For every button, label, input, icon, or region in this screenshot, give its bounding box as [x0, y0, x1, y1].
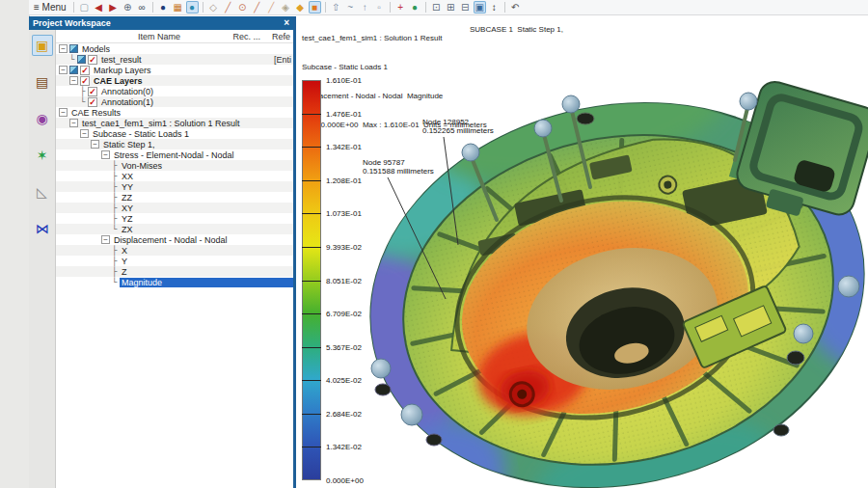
height-adjust-icon[interactable]: ↕ — [488, 1, 501, 14]
confirm-view-icon[interactable]: ▣ — [474, 1, 486, 14]
column-item-name[interactable]: Item Name — [138, 32, 180, 41]
expander-icon[interactable]: − — [101, 235, 110, 244]
spline-annotation-icon[interactable]: ~ — [344, 1, 357, 14]
tree-row[interactable]: ├YZ — [56, 213, 293, 224]
tree-item-label[interactable]: YY — [120, 182, 135, 192]
tree-item-label[interactable]: CAE Results — [69, 108, 122, 118]
checkbox-icon[interactable]: ✓ — [88, 97, 97, 107]
measure-ruler-icon[interactable]: ◺ — [32, 181, 53, 203]
tree-row[interactable]: −Stress - Element-Nodal - Nodal — [56, 149, 293, 160]
arrow-up-icon[interactable]: ↑ — [359, 1, 371, 14]
expander-icon[interactable]: − — [69, 76, 78, 85]
tree-row[interactable]: ├YY — [56, 181, 293, 192]
shaded-box-icon[interactable]: ■ — [309, 1, 321, 14]
tree-row[interactable]: └Magnitude — [56, 277, 293, 287]
markup-line2-icon[interactable]: ╱ — [251, 1, 263, 14]
tree-item-label[interactable]: XY — [120, 203, 135, 213]
column-refe[interactable]: Refe — [272, 32, 290, 41]
tree-item-label[interactable]: X — [120, 246, 129, 256]
previous-result-icon[interactable]: ◀ — [93, 1, 105, 14]
tree-item-label[interactable]: Static Step 1, — [101, 140, 157, 149]
tree-row[interactable]: ├Y — [56, 256, 293, 266]
tree-item-label[interactable]: test_result — [99, 55, 144, 65]
tree-item-label[interactable]: Annotation(1) — [99, 97, 155, 107]
tree-item-label[interactable]: Annotation(0) — [99, 87, 155, 96]
checkbox-icon[interactable]: ✓ — [88, 55, 97, 65]
navigation-cube-icon[interactable]: ▦ — [172, 1, 184, 14]
fit-width-icon[interactable]: ⊟ — [459, 1, 472, 14]
tree-item-label[interactable]: Y — [120, 257, 129, 266]
tree-item-label[interactable]: Stress - Element-Nodal - Nodal — [112, 150, 236, 160]
undo-icon[interactable]: ↶ — [509, 1, 522, 14]
markup-freehand-icon[interactable]: ╱ — [265, 1, 278, 14]
tree-item-label[interactable]: Models — [80, 44, 112, 54]
tree-row[interactable]: ├XY — [56, 203, 293, 213]
tree-row[interactable]: −Models — [56, 43, 293, 54]
tree-row[interactable]: └✓Annotation(1) — [56, 96, 293, 107]
tree-row[interactable]: −test_cae1_fem1_sim1 : Solution 1 Result — [56, 118, 293, 128]
workspace-window-icon[interactable]: ▢ — [78, 1, 91, 14]
expander-icon[interactable]: − — [59, 108, 68, 117]
close-icon[interactable]: × — [284, 18, 289, 28]
gear-tools-icon[interactable]: ✶ — [32, 145, 53, 166]
tree-row[interactable]: −✓CAE Layers — [56, 75, 293, 86]
tree-row[interactable]: ├Z — [56, 266, 293, 277]
zoom-icon[interactable]: ⊕ — [122, 1, 134, 14]
tree-row[interactable]: −Static Step 1, — [56, 139, 293, 149]
find-icon[interactable]: ∞ — [136, 1, 149, 14]
annotation-node-95787[interactable]: Node 95787 0.151588 millimeters — [363, 158, 434, 176]
tree-row[interactable]: ├X — [56, 245, 293, 256]
column-rec[interactable]: Rec. ... — [232, 32, 260, 41]
tree-row[interactable]: ├✓Annotation(0) — [56, 86, 293, 96]
tree-item-label[interactable]: Z — [120, 267, 129, 277]
expander-icon[interactable]: − — [91, 140, 99, 149]
tree-item-label[interactable]: Magnitude — [120, 278, 293, 287]
menu-button[interactable]: ≡ Menu — [34, 2, 67, 13]
graphics-viewport[interactable]: test_cae1_fem1_sim1 : Solution 1 Result … — [299, 15, 868, 488]
arrow-annotation-icon[interactable]: ⇧ — [330, 1, 342, 14]
expander-icon[interactable]: − — [69, 119, 78, 127]
fit-view-icon[interactable]: ⊡ — [430, 1, 443, 14]
annotation-node-128952[interactable]: Node 128952 0.152265 millimeters — [422, 118, 494, 135]
checkbox-icon[interactable]: ✓ — [88, 87, 97, 96]
markup-tag-icon[interactable]: ◇ — [207, 1, 220, 14]
tree-item-label[interactable]: XX — [120, 172, 135, 181]
tree-item-label[interactable]: test_cae1_fem1_sim1 : Solution 1 Result — [80, 119, 242, 128]
tree-row[interactable]: └✓test_result[Enti — [56, 54, 293, 65]
expander-icon[interactable]: − — [59, 44, 68, 53]
globe-display-icon[interactable]: ● — [186, 1, 199, 14]
tree-row[interactable]: ├ZZ — [56, 192, 293, 203]
tree-row[interactable]: ├XX — [56, 171, 293, 181]
markup-line-icon[interactable]: ╱ — [222, 1, 234, 14]
sphere-display-icon[interactable]: ● — [157, 1, 170, 14]
animation-film-icon[interactable]: ▤ — [32, 71, 53, 93]
expander-icon[interactable]: − — [101, 150, 110, 159]
tree-item-label[interactable]: Displacement - Nodal - Nodal — [112, 235, 230, 245]
zoom-extents-icon[interactable]: ⊞ — [445, 1, 457, 14]
compare-sync-icon[interactable]: ⋈ — [32, 218, 53, 239]
tree-row[interactable]: −Subcase - Static Loads 1 — [56, 128, 293, 139]
select-region-icon[interactable]: ▫ — [373, 1, 386, 14]
tree-item-label[interactable]: ZX — [120, 225, 135, 234]
tree-row[interactable]: └ZX — [56, 224, 293, 234]
tree-item-label[interactable]: YZ — [120, 214, 135, 224]
tree-item-label[interactable]: Von-Mises — [120, 161, 164, 171]
tree-item-label[interactable]: CAE Layers — [92, 76, 145, 86]
results-workspace-icon[interactable]: ▣ — [32, 35, 53, 56]
tree-item-label[interactable]: ZZ — [120, 193, 134, 203]
tree-row[interactable]: ├Von-Mises — [56, 160, 293, 171]
markup-circle-icon[interactable]: ⊙ — [236, 1, 249, 14]
data-collector-icon[interactable]: ◉ — [32, 108, 53, 129]
tree-row[interactable]: −✓Markup Layers — [56, 65, 293, 75]
tree-row[interactable]: −CAE Results — [56, 107, 293, 118]
checkbox-icon[interactable]: ✓ — [80, 76, 90, 86]
expander-icon[interactable]: − — [80, 129, 89, 138]
layer-wireframe-icon[interactable]: ◈ — [280, 1, 292, 14]
tree-item-label[interactable]: Markup Layers — [92, 66, 153, 75]
earth-icon[interactable]: ● — [409, 1, 421, 14]
tree-item-label[interactable]: Subcase - Static Loads 1 — [91, 129, 191, 139]
next-result-icon[interactable]: ▶ — [107, 1, 120, 14]
checkbox-icon[interactable]: ✓ — [80, 66, 90, 75]
panel-titlebar[interactable]: Project Workspace × — [29, 16, 293, 30]
tree-row[interactable]: −Displacement - Nodal - Nodal — [56, 234, 293, 245]
